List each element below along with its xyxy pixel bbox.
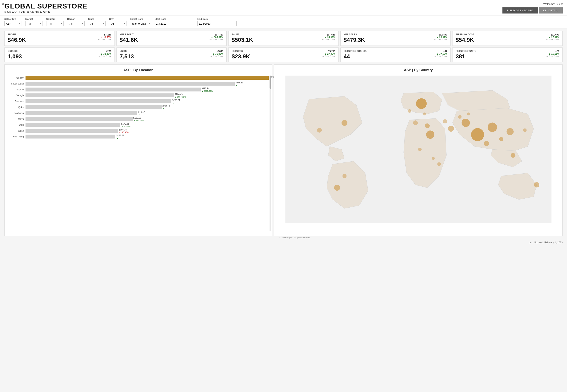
nav-buttons: FIELD DASHBOARD KPI DETAIL [502, 7, 563, 14]
kpi-delta-abs-orders: +268 [98, 50, 111, 53]
bar-container: $266.49▲ 1084.79% [26, 93, 269, 98]
last-updated: Last Updated: February 1, 2023 [529, 241, 563, 244]
country-select-wrapper[interactable]: (All) [46, 21, 64, 26]
bar-value: $263.51▲ [172, 99, 180, 104]
app-branding: GLOBAL SUPERSTORE EXECUTIVE DASHBOARD [4, 3, 87, 14]
filter-region: Region (All) [67, 18, 85, 26]
city-select-wrapper[interactable]: (All) [109, 21, 126, 26]
filter-end-date: End Date 1/26/2023 [197, 18, 237, 26]
country-select[interactable]: (All) [46, 21, 64, 26]
kpi-detail-button[interactable]: KPI DETAIL [539, 7, 563, 14]
kpi-delta-abs-sales: $97,689 [322, 33, 335, 36]
bar-label: Uruguay [8, 88, 26, 91]
bar-container: $161.81▲ [26, 134, 269, 139]
region-label: Region [67, 18, 85, 20]
svg-point-24 [408, 109, 411, 113]
region-select-wrapper[interactable]: (All) [67, 21, 85, 26]
kpi-delta-shipping_cost: ▲ 27.02% [546, 36, 559, 39]
footer: Last Updated: February 1, 2023 [0, 240, 567, 245]
scrollbar-thumb[interactable] [269, 76, 271, 89]
bar-row: Hong Kong $161.81▲ [8, 134, 269, 139]
kpi-card-net_profit: NET PROFIT $41.6K $37,320 ▲ 865.61% vs. … [117, 31, 227, 46]
kpi-delta-abs-net_profit: $37,320 [209, 33, 223, 36]
bar-container: $378.30▲ [26, 82, 269, 86]
field-dashboard-button[interactable]: FIELD DASHBOARD [502, 7, 537, 14]
bar-row: South Sudan $378.30▲ [8, 82, 269, 86]
bar-fill [26, 123, 120, 127]
market-select-wrapper[interactable]: (All) [25, 21, 43, 26]
scrollbar[interactable] [269, 76, 271, 231]
bar-row: Georgia $266.49▲ 1084.79% [8, 93, 269, 98]
filters-bar: Select KPI ASP Market (All) Country (All… [0, 15, 567, 29]
svg-point-17 [418, 148, 421, 151]
bar-container: $199.75▲ [26, 111, 269, 115]
kpi-delta-net_profit: ▲ 865.61% [209, 36, 223, 39]
kpi-delta-abs-returned_units: +50 [546, 50, 559, 53]
city-select[interactable]: (All) [109, 21, 126, 26]
bar-value: $170.58▲ 86.55% [121, 123, 130, 127]
kpi-period-profit: vs. Prev. Period [98, 39, 111, 41]
svg-point-12 [484, 141, 489, 146]
kpi-card-net_sales: NET SALES $479.3K $92,470 ▲ 23.91% vs. P… [340, 31, 451, 46]
bar-container: $245.50▲ [26, 105, 269, 109]
state-select[interactable]: (All) [88, 21, 105, 26]
app-title: GLOBAL SUPERSTORE [4, 3, 87, 10]
kpi-label-units: UNITS [120, 50, 134, 52]
kpi-value-profit: $46.9K [8, 37, 26, 43]
bar-value: $166.25▼ -49.07% [119, 128, 129, 133]
kpi-delta-units: ▲ 31.95% [209, 53, 223, 55]
kpi-period-net_profit: vs. Prev. Period [209, 39, 223, 41]
filter-city: City (All) [109, 18, 126, 26]
state-label: State [88, 18, 105, 20]
bar-row: Denmark $263.51▲ [8, 99, 269, 103]
filter-kpi: Select KPI ASP [4, 18, 22, 26]
svg-point-5 [488, 123, 497, 132]
kpi-delta-abs-shipping_cost: $11,670 [546, 33, 559, 36]
bar-fill [26, 111, 137, 115]
svg-point-26 [317, 128, 322, 133]
kpi-section: PROFIT $46.9K -$3,286 ▼ -6.55% vs. Prev.… [0, 29, 567, 64]
bar-value: $266.49▲ 1084.79% [175, 93, 186, 98]
kpi-period-returned_orders: vs. Prev. Period [434, 55, 448, 57]
svg-point-13 [523, 128, 526, 132]
end-date-input[interactable]: 1/26/2023 [197, 21, 237, 26]
kpi-label-orders: ORDERS [8, 50, 22, 52]
state-select-wrapper[interactable]: (All) [88, 21, 105, 26]
bar-label: Japan [8, 130, 26, 132]
kpi-delta-returned_orders: ▲ 37.50% [434, 53, 448, 55]
location-chart-title: ASP | By Location [8, 68, 269, 72]
svg-point-4 [471, 128, 484, 141]
kpi-card-returned_units: RETURNED UNITS 381 +50 ▲ 15.11% vs. Prev… [452, 47, 563, 62]
country-chart-title: ASP | By Country [278, 68, 559, 72]
kpi-label-net_profit: NET PROFIT [120, 33, 138, 36]
bar-value: $245.50▲ [163, 105, 170, 110]
bar-chart: Hungary $440.67 South Sudan $378.30▲ Uru… [8, 76, 269, 139]
kpi-value-net_sales: $479.3K [344, 37, 365, 43]
close-button[interactable]: × [2, 2, 4, 6]
kpi-delta-returns: ▲ 27.99% [322, 53, 335, 55]
bar-container: $315.74▲ 2995.49% [26, 87, 269, 92]
bar-value: $199.75▲ [138, 111, 146, 116]
map-container: © 2023 Mapbox © OpenStreetMap [278, 76, 559, 239]
kpi-value-returns: $23.9K [232, 53, 250, 60]
kpi-label-profit: PROFIT [8, 33, 26, 36]
kpi-period-shipping_cost: vs. Prev. Period [546, 39, 559, 41]
date-select[interactable]: Year to Date [130, 21, 151, 26]
date-select-wrapper[interactable]: Year to Date [130, 21, 151, 26]
svg-point-14 [510, 153, 515, 158]
kpi-select[interactable]: ASP [4, 21, 22, 26]
market-select[interactable]: (All) [25, 21, 43, 26]
bar-row: Kenya $190.60▲ 224.14% [8, 117, 269, 121]
bar-container: $166.25▼ -49.07% [26, 128, 269, 133]
app-subtitle: EXECUTIVE DASHBOARD [4, 10, 87, 14]
kpi-value-returned_orders: 44 [344, 53, 367, 60]
kpi-select-wrapper[interactable]: ASP [4, 21, 22, 26]
start-date-input[interactable]: 1/3/2019 [155, 21, 194, 26]
kpi-card-sales: SALES $503.1K $97,689 ▲ 24.09% vs. Prev.… [228, 31, 339, 46]
bar-label: Georgia [8, 94, 26, 97]
kpi-label: Select KPI [4, 18, 22, 20]
welcome-text: Welcome: Guest [543, 3, 563, 6]
region-select[interactable]: (All) [67, 21, 85, 26]
bar-label: Hungary [8, 77, 26, 79]
kpi-label-returned_orders: RETURNED ORDERS [344, 50, 367, 52]
